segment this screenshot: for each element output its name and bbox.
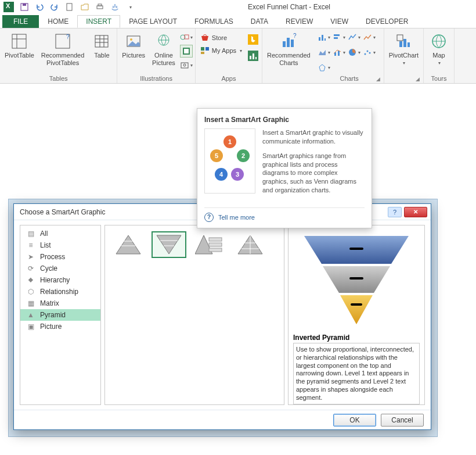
recommended-charts-icon: ? bbox=[279, 32, 298, 51]
pivotchart-launcher-icon[interactable]: ◢ bbox=[416, 76, 420, 82]
table-button[interactable]: Table bbox=[89, 31, 114, 60]
category-matrix[interactable]: ▦Matrix bbox=[20, 298, 100, 309]
svg-rect-3 bbox=[97, 6, 103, 9]
tab-data[interactable]: DATA bbox=[242, 15, 277, 28]
tab-review[interactable]: REVIEW bbox=[277, 15, 322, 28]
svg-point-23 bbox=[183, 64, 186, 66]
dialog-close-button[interactable]: ✕ bbox=[404, 207, 427, 217]
cancel-button[interactable]: Cancel bbox=[381, 414, 424, 427]
tab-developer[interactable]: DEVELOPER bbox=[357, 15, 417, 28]
table-icon bbox=[92, 32, 111, 51]
tell-me-more-link[interactable]: ? Tell me more bbox=[204, 207, 365, 222]
tab-formulas[interactable]: FORMULAS bbox=[186, 15, 242, 28]
combo-chart-icon[interactable] bbox=[333, 46, 345, 59]
category-cycle-label: Cycle bbox=[40, 264, 57, 273]
ok-button[interactable]: OK bbox=[333, 414, 376, 427]
stock-chart-icon[interactable] bbox=[348, 31, 360, 44]
svg-point-16 bbox=[130, 38, 132, 41]
category-picture[interactable]: ▣Picture bbox=[20, 321, 100, 332]
help-icon: ? bbox=[204, 213, 214, 222]
tooltip-paragraph-2: SmartArt graphics range from graphical l… bbox=[262, 152, 365, 195]
svg-rect-21 bbox=[184, 49, 189, 53]
quick-print-icon[interactable] bbox=[95, 2, 104, 12]
window-title: Excel Funnel Chart - Excel bbox=[140, 3, 473, 11]
svg-rect-36 bbox=[319, 37, 320, 41]
cycle-node-3: 3 bbox=[231, 168, 244, 181]
ribbon-tabs: FILE HOME INSERT PAGE LAYOUT FORMULAS DA… bbox=[0, 14, 476, 28]
new-icon[interactable] bbox=[65, 2, 74, 12]
people-graph-icon[interactable] bbox=[247, 49, 259, 62]
svg-rect-31 bbox=[255, 57, 257, 59]
recommended-charts-button[interactable]: ? Recommended Charts bbox=[265, 31, 313, 67]
save-icon[interactable] bbox=[20, 2, 29, 12]
customize-qat-icon[interactable] bbox=[125, 2, 135, 12]
pivottable-button[interactable]: PivotTable bbox=[2, 31, 37, 60]
area-chart-icon[interactable] bbox=[318, 46, 330, 59]
tooltip-preview-image: 1 2 3 4 5 bbox=[204, 128, 255, 194]
category-hierarchy-icon: ⯁ bbox=[26, 276, 35, 284]
preview-description: Use to show proportional, interconnected… bbox=[293, 343, 420, 404]
category-pyramid[interactable]: ▲Pyramid bbox=[20, 309, 100, 321]
svg-rect-10 bbox=[95, 35, 108, 47]
tab-home[interactable]: HOME bbox=[39, 15, 77, 28]
pictures-button[interactable]: Pictures bbox=[120, 31, 147, 60]
tab-page-layout[interactable]: PAGE LAYOUT bbox=[120, 15, 186, 28]
category-all[interactable]: ▤All bbox=[20, 228, 100, 239]
thumb-basic-pyramid[interactable] bbox=[111, 231, 146, 258]
online-pictures-button[interactable]: Online Pictures bbox=[150, 31, 178, 67]
pivottable-label: PivotTable bbox=[5, 52, 34, 59]
category-matrix-label: Matrix bbox=[40, 299, 59, 307]
tooltip-paragraph-1: Insert a SmartArt graphic to visually co… bbox=[262, 128, 365, 146]
bing-maps-icon[interactable] bbox=[247, 33, 259, 46]
smartart-icon[interactable] bbox=[180, 45, 193, 58]
tab-insert[interactable]: INSERT bbox=[77, 15, 120, 28]
svg-text:?: ? bbox=[66, 34, 70, 40]
category-process[interactable]: ➤Process bbox=[20, 251, 100, 263]
scatter-chart-icon[interactable] bbox=[363, 46, 376, 59]
store-button[interactable]: Store bbox=[198, 33, 244, 42]
screenshot-icon[interactable] bbox=[180, 59, 193, 71]
shapes-icon[interactable] bbox=[180, 31, 193, 44]
my-apps-label: My Apps bbox=[212, 47, 236, 54]
charts-launcher-icon[interactable]: ◢ bbox=[376, 76, 380, 82]
bar-chart-icon[interactable] bbox=[333, 31, 345, 44]
svg-rect-47 bbox=[397, 35, 403, 41]
svg-rect-42 bbox=[338, 51, 340, 56]
dialog-help-button[interactable]: ? bbox=[388, 207, 402, 217]
pivotchart-button[interactable]: PivotChart bbox=[387, 31, 421, 67]
category-relationship[interactable]: ⬡Relationship bbox=[20, 286, 100, 298]
table-label: Table bbox=[94, 52, 109, 59]
svg-rect-29 bbox=[250, 56, 251, 59]
category-cycle[interactable]: ⟳Cycle bbox=[20, 263, 100, 274]
recommended-pivottables-button[interactable]: ? Recommended PivotTables bbox=[39, 31, 87, 67]
thumb-segmented-pyramid[interactable] bbox=[233, 231, 268, 258]
cycle-node-4: 4 bbox=[215, 168, 228, 181]
svg-rect-49 bbox=[403, 39, 406, 47]
ribbon-group-apps: Store My Apps Apps bbox=[196, 28, 262, 83]
svg-point-44 bbox=[364, 53, 366, 55]
svg-rect-39 bbox=[334, 34, 340, 36]
category-hierarchy[interactable]: ⯁Hierarchy bbox=[20, 274, 100, 286]
redo-icon[interactable] bbox=[50, 2, 59, 12]
tab-file[interactable]: FILE bbox=[2, 15, 39, 28]
undo-icon[interactable] bbox=[35, 2, 44, 12]
map-button[interactable]: Map bbox=[426, 31, 452, 67]
ribbon-group-charts: Charts◢ bbox=[315, 28, 384, 83]
category-all-icon: ▤ bbox=[26, 230, 35, 238]
touch-mode-icon[interactable] bbox=[110, 2, 120, 12]
ribbon-group-tables: PivotTable ? Recommended PivotTables Tab… bbox=[0, 28, 117, 83]
column-chart-icon[interactable] bbox=[318, 31, 330, 44]
svg-rect-26 bbox=[201, 52, 204, 54]
tooltip-text: Insert a SmartArt graphic to visually co… bbox=[262, 128, 365, 200]
category-pyramid-label: Pyramid bbox=[40, 311, 66, 319]
category-list[interactable]: ≡List bbox=[20, 239, 100, 251]
thumb-pyramid-list[interactable] bbox=[192, 231, 227, 258]
tab-view[interactable]: VIEW bbox=[322, 15, 357, 28]
radar-chart-icon[interactable] bbox=[318, 62, 330, 74]
line-chart-icon[interactable] bbox=[363, 31, 376, 44]
thumb-inverted-pyramid[interactable] bbox=[152, 231, 186, 258]
category-all-label: All bbox=[40, 230, 48, 238]
pie-chart-icon[interactable] bbox=[348, 46, 360, 59]
open-icon[interactable] bbox=[80, 2, 89, 12]
my-apps-button[interactable]: My Apps bbox=[198, 46, 244, 55]
